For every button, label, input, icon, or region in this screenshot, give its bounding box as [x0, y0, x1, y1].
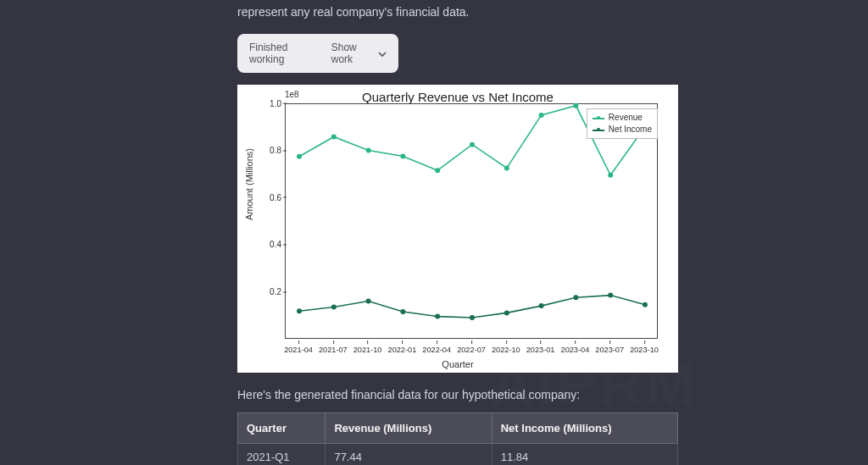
svg-point-13: [366, 298, 371, 303]
y-tick: 0.2: [263, 287, 281, 296]
x-tick: 2021-04: [284, 346, 313, 354]
y-tick: 1.0: [263, 98, 281, 108]
svg-point-6: [504, 165, 509, 170]
financial-table: Quarter Revenue (Millions) Net Income (M…: [237, 412, 678, 465]
x-tick: 2023-07: [595, 346, 624, 354]
y-tick: 0.6: [263, 192, 281, 202]
y-tick: 0.8: [263, 146, 281, 155]
legend-swatch-icon: [593, 114, 604, 121]
svg-point-16: [470, 315, 475, 320]
show-work-label: Show work: [331, 42, 373, 65]
lead-text: represent any real company's financial d…: [237, 3, 678, 22]
y-tick: 0.4: [263, 240, 281, 249]
legend-item-netincome: Net Income: [593, 124, 652, 136]
table-body: 2021-Q177.4411.842021-Q285.7613.45: [238, 444, 678, 465]
col-netincome: Net Income (Millions): [492, 413, 677, 444]
x-tick: 2023-01: [526, 346, 555, 354]
svg-point-12: [331, 304, 337, 309]
svg-point-14: [400, 309, 405, 314]
legend: Revenue Net Income: [587, 108, 658, 139]
y-axis-label: Amount (Millions): [244, 148, 254, 220]
x-tick: 2022-07: [457, 346, 486, 354]
svg-point-4: [435, 168, 440, 173]
col-quarter: Quarter: [238, 413, 326, 444]
x-tick: 2022-10: [492, 346, 520, 354]
x-tick: 2021-10: [353, 346, 382, 354]
chart-image: Quarterly Revenue vs Net Income 1e8 Amou…: [237, 85, 678, 373]
svg-point-7: [539, 113, 544, 118]
svg-point-8: [573, 102, 578, 108]
legend-label: Revenue: [609, 112, 643, 124]
chevron-down-icon: [378, 49, 387, 58]
svg-point-1: [331, 134, 337, 139]
svg-point-2: [366, 147, 371, 152]
svg-point-11: [297, 308, 302, 313]
assistant-message: represent any real company's financial d…: [237, 0, 678, 465]
x-tick: 2021-07: [319, 346, 348, 354]
x-tick: 2022-01: [388, 346, 417, 354]
x-tick: 2023-04: [561, 346, 590, 354]
show-work-toggle[interactable]: Show work: [331, 42, 387, 65]
table-cell: 11.84: [492, 444, 677, 465]
page-root: AIPRM represent any real company's finan…: [0, 0, 868, 465]
table-header-row: Quarter Revenue (Millions) Net Income (M…: [238, 413, 678, 444]
col-revenue: Revenue (Millions): [326, 413, 492, 444]
table-row: 2021-Q177.4411.84: [238, 444, 678, 465]
legend-swatch-icon: [593, 126, 604, 133]
status-label: Finished working: [249, 42, 316, 65]
svg-point-21: [643, 302, 648, 307]
legend-item-revenue: Revenue: [593, 112, 652, 124]
svg-point-3: [400, 153, 405, 158]
x-tick: 2022-04: [422, 346, 451, 354]
x-tick: 2023-10: [630, 346, 659, 354]
y-multiplier: 1e8: [285, 90, 299, 99]
svg-point-5: [470, 141, 475, 147]
code-status-pill[interactable]: Finished working Show work: [237, 34, 398, 73]
svg-point-19: [573, 295, 578, 300]
svg-point-17: [504, 310, 509, 315]
svg-point-15: [435, 313, 440, 318]
svg-point-9: [608, 172, 613, 177]
svg-point-20: [608, 292, 613, 297]
table-cell: 77.44: [326, 444, 492, 465]
svg-point-0: [297, 153, 302, 158]
svg-point-18: [539, 303, 544, 308]
followup-text: Here's the generated financial data for …: [237, 386, 678, 405]
chart-title: Quarterly Revenue vs Net Income: [237, 90, 678, 104]
legend-label: Net Income: [609, 124, 652, 136]
x-axis-label: Quarter: [237, 359, 678, 369]
table-cell: 2021-Q1: [238, 444, 326, 465]
